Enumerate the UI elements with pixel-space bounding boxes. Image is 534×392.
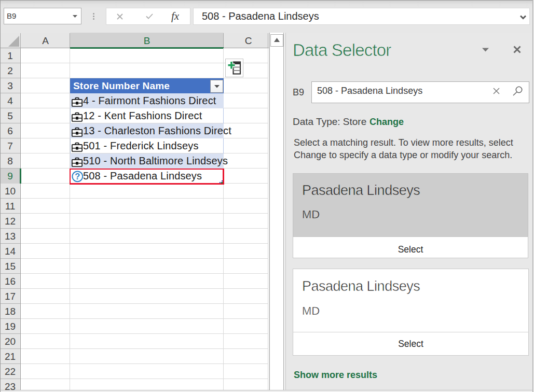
svg-text:?: ?	[75, 172, 80, 181]
